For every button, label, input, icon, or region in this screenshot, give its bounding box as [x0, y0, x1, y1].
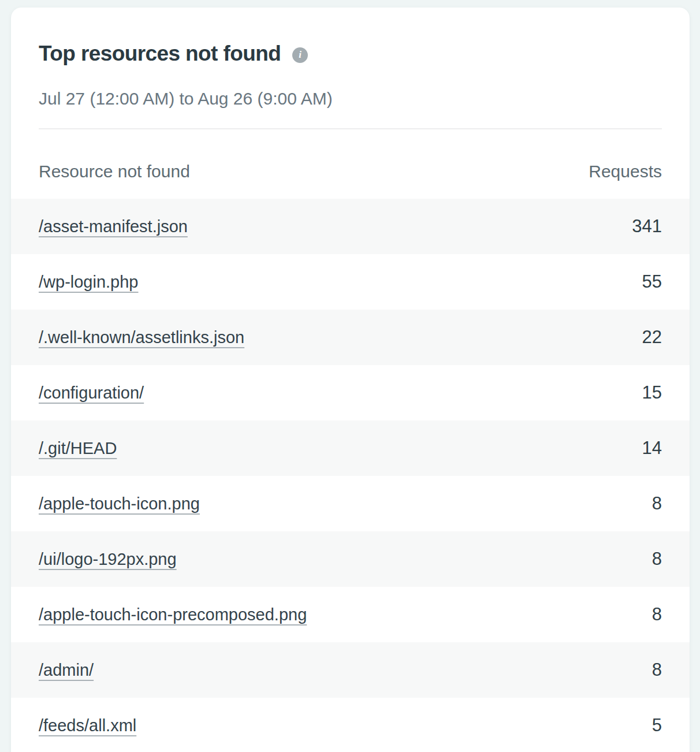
resource-link[interactable]: /apple-touch-icon.png	[39, 494, 200, 513]
table-row: /feeds/all.xml 5	[11, 698, 690, 752]
requests-value: 15	[642, 382, 662, 403]
table-row: /apple-touch-icon-precomposed.png 8	[11, 587, 690, 642]
resource-link[interactable]: /.git/HEAD	[39, 439, 117, 458]
column-header-requests: Requests	[589, 161, 662, 183]
table-row: /.git/HEAD 14	[11, 420, 690, 476]
table-body: /asset-manifest.json 341 /wp-login.php 5…	[11, 199, 690, 752]
resource-link[interactable]: /configuration/	[39, 384, 144, 403]
requests-value: 8	[652, 493, 662, 514]
requests-value: 22	[642, 327, 662, 348]
table-row: /admin/ 8	[11, 642, 690, 698]
table-row: /wp-login.php 55	[11, 254, 690, 310]
card-title: Top resources not found	[39, 40, 281, 67]
resource-link[interactable]: /ui/logo-192px.png	[39, 550, 177, 569]
resource-link[interactable]: /apple-touch-icon-precomposed.png	[39, 605, 307, 624]
date-range-label: Jul 27 (12:00 AM) to Aug 26 (9:00 AM)	[11, 88, 690, 110]
table-row: /asset-manifest.json 341	[11, 199, 690, 254]
requests-value: 14	[642, 438, 662, 459]
resource-link[interactable]: /wp-login.php	[39, 273, 139, 292]
requests-value: 5	[652, 715, 662, 736]
table-row: /configuration/ 15	[11, 365, 690, 420]
requests-value: 8	[652, 549, 662, 569]
resource-link[interactable]: /feeds/all.xml	[39, 716, 136, 735]
requests-value: 8	[652, 604, 662, 625]
table-row: /apple-touch-icon.png 8	[11, 476, 690, 531]
requests-value: 341	[632, 216, 662, 237]
table-row: /ui/logo-192px.png 8	[11, 531, 690, 587]
resource-link[interactable]: /admin/	[39, 661, 94, 680]
top-resources-card: Top resources not found i Jul 27 (12:00 …	[11, 8, 690, 752]
resource-link[interactable]: /.well-known/assetlinks.json	[39, 328, 244, 347]
table-row: /.well-known/assetlinks.json 22	[11, 310, 690, 365]
info-icon-glyph: i	[299, 49, 301, 61]
info-icon[interactable]: i	[292, 47, 308, 63]
column-header-resource-not-found: Resource not found	[39, 161, 190, 183]
table-header-row: Resource not found Requests	[11, 129, 690, 199]
resource-link[interactable]: /asset-manifest.json	[39, 217, 188, 236]
requests-value: 8	[652, 660, 662, 680]
page-background: Top resources not found i Jul 27 (12:00 …	[0, 0, 700, 752]
card-header: Top resources not found i	[11, 8, 690, 67]
requests-value: 55	[642, 271, 662, 292]
